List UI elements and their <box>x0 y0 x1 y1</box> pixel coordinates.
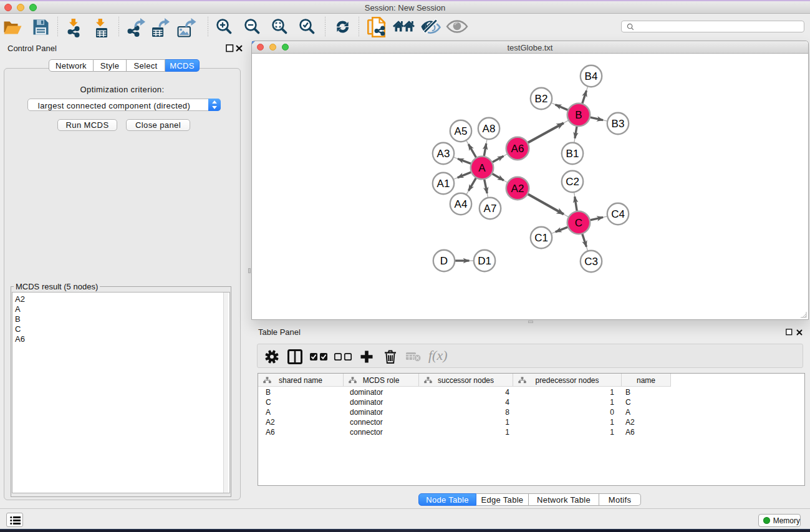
svg-text:C: C <box>575 217 582 229</box>
svg-text:A1: A1 <box>437 178 450 190</box>
svg-text:A3: A3 <box>437 148 450 160</box>
svg-text:C2: C2 <box>566 176 579 188</box>
svg-text:B2: B2 <box>535 93 548 105</box>
svg-text:D1: D1 <box>478 255 491 267</box>
svg-text:A5: A5 <box>455 125 468 137</box>
svg-text:A4: A4 <box>455 198 468 210</box>
svg-text:A6: A6 <box>511 143 524 155</box>
svg-text:A8: A8 <box>483 123 496 135</box>
svg-text:C4: C4 <box>611 208 625 220</box>
svg-text:C1: C1 <box>534 232 548 244</box>
svg-text:C3: C3 <box>584 256 598 268</box>
svg-text:B1: B1 <box>566 148 579 160</box>
svg-text:B: B <box>575 109 582 121</box>
svg-text:B3: B3 <box>612 118 625 130</box>
svg-text:A2: A2 <box>511 183 524 195</box>
svg-text:D: D <box>440 255 448 267</box>
svg-text:B4: B4 <box>585 70 598 82</box>
svg-text:A: A <box>478 162 486 174</box>
svg-text:A7: A7 <box>484 203 497 215</box>
